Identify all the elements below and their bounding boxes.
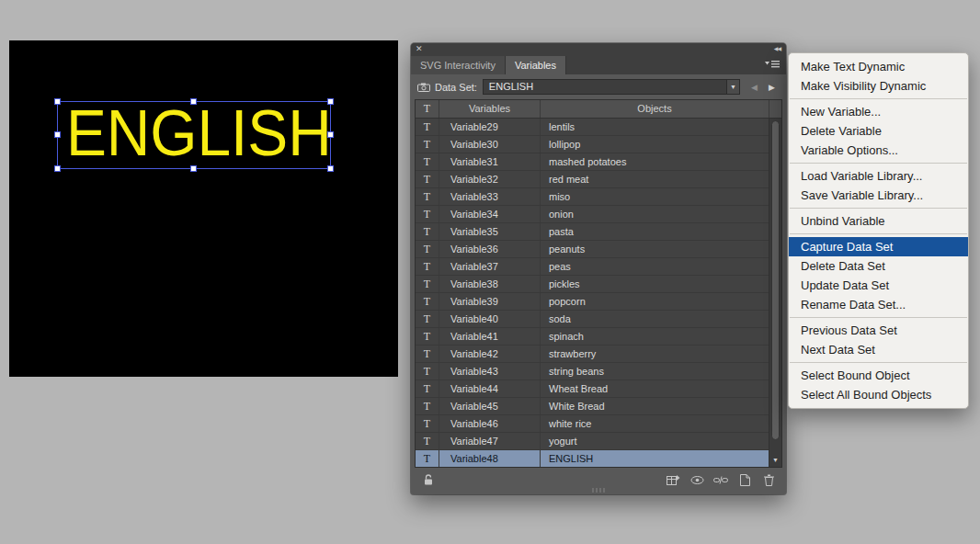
table-row[interactable]: TVariable37peas — [416, 258, 769, 276]
variable-name: Variable39 — [439, 293, 541, 310]
selection-handle[interactable] — [327, 98, 334, 105]
panel-menu-icon[interactable] — [763, 59, 781, 71]
selection-handle[interactable] — [54, 131, 61, 138]
dataset-dropdown-icon[interactable]: ▼ — [726, 79, 740, 95]
text-variable-type-icon: T — [416, 398, 439, 414]
table-row[interactable]: TVariable40soda — [416, 311, 769, 328]
object-name: pickles — [541, 276, 769, 292]
menu-item-make-visibility-dynamic[interactable]: Make Visibility Dynamic — [789, 76, 968, 96]
object-name: red meat — [541, 171, 769, 187]
selection-handle[interactable] — [190, 98, 197, 105]
lock-icon[interactable] — [419, 472, 438, 487]
variable-name: Variable45 — [439, 398, 541, 414]
table-row[interactable]: TVariable35pasta — [416, 223, 769, 241]
variable-name: Variable32 — [439, 171, 541, 187]
menu-item-previous-data-set[interactable]: Previous Data Set — [789, 321, 968, 340]
capture-dataset-icon[interactable] — [664, 472, 682, 487]
text-variable-type-icon: T — [416, 206, 439, 222]
scrollbar[interactable]: ▼ — [769, 119, 781, 467]
object-name: peanuts — [541, 241, 769, 257]
panel-tabbar: SVG Interactivity Variables — [411, 55, 786, 74]
dataset-label: Data Set: — [435, 82, 477, 93]
panel-titlebar: ✕ ◀◀ — [411, 43, 786, 55]
table-row[interactable]: TVariable47yogurt — [416, 433, 769, 450]
scroll-down-icon[interactable]: ▼ — [769, 454, 781, 467]
menu-item-load-variable-library[interactable]: Load Variable Library... — [789, 166, 968, 186]
unbind-variable-icon[interactable] — [712, 472, 730, 487]
selection-handle[interactable] — [54, 98, 61, 105]
object-name: miso — [541, 188, 769, 205]
make-dynamic-icon[interactable] — [688, 472, 706, 487]
menu-item-capture-data-set[interactable]: Capture Data Set — [789, 237, 968, 256]
variable-name: Variable42 — [439, 346, 541, 362]
menu-item-update-data-set[interactable]: Update Data Set — [789, 276, 968, 295]
object-name: peas — [541, 258, 769, 275]
artboard[interactable]: ENGLISH — [9, 40, 398, 377]
menu-item-new-variable[interactable]: New Variable... — [789, 102, 968, 121]
menu-item-select-bound-object[interactable]: Select Bound Object — [789, 366, 968, 385]
menu-item-make-text-dynamic[interactable]: Make Text Dynamic — [789, 57, 968, 76]
table-row[interactable]: TVariable32red meat — [416, 171, 769, 188]
table-row[interactable]: TVariable34onion — [416, 206, 769, 223]
collapse-panel-icon[interactable]: ◀◀ — [774, 43, 781, 55]
table-row[interactable]: TVariable29lentils — [416, 119, 769, 136]
variable-name: Variable29 — [439, 119, 541, 135]
dataset-value-field[interactable]: ENGLISH — [483, 79, 726, 95]
table-row[interactable]: TVariable43string beans — [416, 363, 769, 380]
menu-item-rename-data-set[interactable]: Rename Data Set... — [789, 295, 968, 314]
text-variable-type-icon: T — [416, 119, 439, 135]
object-name: string beans — [541, 363, 769, 380]
table-row[interactable]: TVariable30lollipop — [416, 136, 769, 153]
variable-name: Variable47 — [439, 433, 541, 449]
scrollbar-thumb[interactable] — [771, 120, 780, 440]
table-row[interactable]: TVariable45White Bread — [416, 398, 769, 415]
next-dataset-icon[interactable]: ▶ — [765, 83, 779, 92]
panel-bottom-toolbar — [411, 470, 786, 490]
table-row[interactable]: TVariable38pickles — [416, 276, 769, 293]
menu-item-variable-options[interactable]: Variable Options... — [789, 141, 968, 160]
table-row[interactable]: TVariable33miso — [416, 188, 769, 206]
table-row[interactable]: TVariable36peanuts — [416, 241, 769, 258]
text-variable-type-icon: T — [424, 102, 430, 115]
object-name: mashed potatoes — [541, 153, 769, 170]
menu-separator — [790, 362, 967, 363]
table-row[interactable]: TVariable41spinach — [416, 328, 769, 346]
desktop-background: ENGLISH ✕ ◀◀ SVG Interactivity Variables — [0, 0, 980, 544]
dataset-row: Data Set: ENGLISH ▼ ◀ ▶ — [411, 74, 786, 99]
table-row[interactable]: TVariable31mashed potatoes — [416, 153, 769, 171]
menu-item-delete-data-set[interactable]: Delete Data Set — [789, 256, 968, 276]
menu-item-unbind-variable[interactable]: Unbind Variable — [789, 211, 968, 231]
table-row[interactable]: TVariable42strawberry — [416, 346, 769, 363]
text-selection-box[interactable]: ENGLISH — [57, 101, 331, 169]
object-name: pasta — [541, 223, 769, 240]
menu-item-next-data-set[interactable]: Next Data Set — [789, 340, 968, 359]
table-row[interactable]: TVariable48ENGLISH — [416, 450, 769, 467]
selection-handle[interactable] — [190, 165, 197, 172]
text-variable-type-icon: T — [416, 241, 439, 257]
selection-handle[interactable] — [327, 131, 334, 138]
object-name: yogurt — [541, 433, 769, 449]
tab-svg-interactivity[interactable]: SVG Interactivity — [411, 56, 506, 74]
text-variable-type-icon: T — [416, 171, 439, 187]
panel-resize-grip[interactable] — [592, 488, 605, 493]
menu-item-select-all-bound-objects[interactable]: Select All Bound Objects — [789, 385, 968, 404]
object-name: ENGLISH — [541, 450, 769, 467]
new-variable-icon[interactable] — [735, 472, 754, 487]
object-name: spinach — [541, 328, 769, 345]
menu-item-delete-variable[interactable]: Delete Variable — [789, 121, 968, 141]
tab-variables[interactable]: Variables — [506, 56, 566, 74]
artboard-text[interactable]: ENGLISH — [66, 101, 322, 165]
selection-handle[interactable] — [54, 165, 61, 172]
delete-variable-icon[interactable] — [759, 472, 778, 487]
menu-item-save-variable-library[interactable]: Save Variable Library... — [789, 186, 968, 205]
close-icon[interactable]: ✕ — [416, 43, 423, 55]
object-name: Wheat Bread — [541, 380, 769, 397]
selection-handle[interactable] — [327, 165, 334, 172]
table-row[interactable]: TVariable46white rice — [416, 415, 769, 433]
table-row[interactable]: TVariable39popcorn — [416, 293, 769, 311]
previous-dataset-icon[interactable]: ◀ — [747, 83, 761, 92]
capture-dataset-camera-icon[interactable] — [417, 83, 430, 92]
variable-name: Variable36 — [439, 241, 541, 257]
table-row[interactable]: TVariable44Wheat Bread — [416, 380, 769, 398]
variable-name: Variable43 — [439, 363, 541, 380]
